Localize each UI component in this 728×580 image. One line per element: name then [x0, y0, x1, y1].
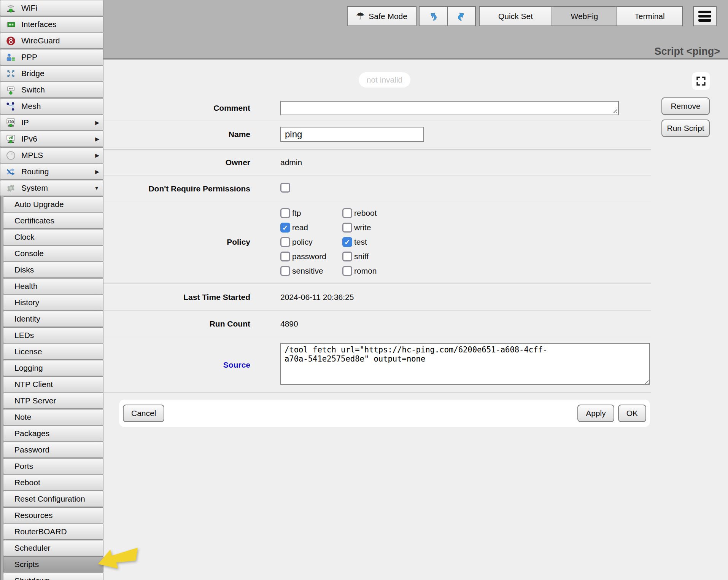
- sidebar-item-bridge[interactable]: Bridge: [0, 65, 103, 81]
- sidebar-item-scheduler[interactable]: Scheduler: [3, 540, 103, 556]
- sidebar-item-label: Identity: [14, 314, 40, 323]
- sidebar-item-reset-configuration[interactable]: Reset Configuration: [3, 491, 103, 507]
- sidebar-item-ntp-client[interactable]: NTP Client: [3, 376, 103, 392]
- run-script-button[interactable]: Run Script: [661, 120, 710, 137]
- policy-checkbox-test[interactable]: [342, 237, 352, 247]
- sidebar-item-label: Note: [14, 413, 31, 422]
- policy-checkbox-read[interactable]: [280, 223, 290, 233]
- dont-require-permissions-checkbox[interactable]: [280, 183, 290, 193]
- menu-button[interactable]: [693, 6, 717, 26]
- sidebar-item-interfaces[interactable]: Interfaces: [0, 16, 103, 32]
- sidebar-item-reboot[interactable]: Reboot: [3, 475, 103, 491]
- owner-label: Owner: [103, 158, 250, 167]
- dont-require-permissions-label: Don't Require Permissions: [103, 184, 250, 193]
- sidebar-item-mpls[interactable]: MPLS▶: [0, 147, 103, 163]
- policy-option-ftp: ftp: [280, 206, 342, 220]
- undo-icon: [428, 11, 439, 22]
- policy-checkbox-password[interactable]: [280, 252, 290, 261]
- ppp-icon: [5, 52, 16, 62]
- sidebar-item-health[interactable]: Health: [3, 278, 103, 294]
- name-input[interactable]: [280, 127, 424, 142]
- sidebar-item-routing[interactable]: Routing▶: [0, 164, 103, 180]
- policy-checkbox-policy[interactable]: [280, 237, 290, 247]
- webfig-label: WebFig: [571, 12, 598, 21]
- policy-checkbox-sensitive[interactable]: [280, 266, 290, 276]
- policy-row: Policy ftpreadpolicypasswordsensitive re…: [103, 202, 651, 282]
- sidebar-item-disks[interactable]: Disks: [3, 262, 103, 278]
- policy-checkbox-reboot[interactable]: [342, 208, 352, 218]
- sidebar-item-history[interactable]: History: [3, 295, 103, 311]
- sidebar-item-auto-upgrade[interactable]: Auto Upgrade: [3, 196, 103, 212]
- sidebar-item-label: Resources: [14, 511, 52, 520]
- source-label: Source: [103, 360, 250, 370]
- policy-checkbox-sniff[interactable]: [342, 252, 352, 261]
- policy-option-label: policy: [292, 237, 313, 247]
- page-title: Script <ping>: [654, 46, 720, 57]
- sidebar-item-ppp[interactable]: PPP: [0, 49, 103, 65]
- sidebar-item-password[interactable]: Password: [3, 442, 103, 458]
- redo-button[interactable]: [447, 6, 476, 26]
- sidebar-item-resources[interactable]: Resources: [3, 507, 103, 523]
- cancel-button[interactable]: Cancel: [123, 405, 164, 422]
- remove-button[interactable]: Remove: [661, 97, 710, 115]
- sidebar-item-routerboard[interactable]: RouterBOARD: [3, 524, 103, 540]
- policy-option-label: password: [292, 252, 326, 261]
- interfaces-icon: [5, 19, 16, 30]
- tab-quick-set[interactable]: Quick Set: [479, 6, 552, 26]
- sidebar-item-mesh[interactable]: Mesh: [0, 98, 103, 114]
- action-button-bar: Cancel Apply OK: [119, 400, 650, 427]
- tab-terminal[interactable]: Terminal: [617, 6, 683, 26]
- umbrella-icon: ☂: [356, 10, 365, 22]
- sidebar-item-system[interactable]: System▼: [0, 180, 103, 196]
- sidebar-item-switch[interactable]: Switch: [0, 82, 103, 98]
- fullscreen-button[interactable]: [692, 72, 710, 90]
- policy-checkbox-romon[interactable]: [342, 266, 352, 276]
- source-textarea[interactable]: /tool fetch url="https://hc-ping.com/620…: [280, 343, 650, 385]
- sidebar-item-label: Scheduler: [14, 543, 51, 553]
- policy-option-label: sniff: [354, 252, 369, 261]
- undo-button[interactable]: [419, 6, 448, 26]
- sidebar-item-ip[interactable]: 255IP▶: [0, 115, 103, 131]
- sidebar-item-wireguard[interactable]: WireGuard: [0, 33, 103, 49]
- sidebar-item-packages[interactable]: Packages: [3, 425, 103, 441]
- sidebar: WiFiInterfacesWireGuardPPPBridgeSwitchMe…: [0, 0, 103, 580]
- tab-webfig[interactable]: WebFig: [552, 6, 617, 26]
- fullscreen-icon: [695, 75, 707, 87]
- policy-checkbox-write[interactable]: [342, 223, 352, 233]
- sidebar-item-ports[interactable]: Ports: [3, 458, 103, 474]
- policy-option-sniff: sniff: [342, 249, 377, 264]
- sidebar-item-logging[interactable]: Logging: [3, 360, 103, 376]
- sidebar-item-label: Routing: [21, 167, 49, 176]
- apply-button[interactable]: Apply: [577, 405, 614, 422]
- sidebar-item-label: Bridge: [21, 69, 45, 78]
- sidebar-item-label: Ports: [14, 462, 33, 471]
- sidebar-item-clock[interactable]: Clock: [3, 229, 103, 245]
- policy-checkbox-ftp[interactable]: [280, 208, 290, 218]
- safe-mode-button[interactable]: ☂ Safe Mode: [347, 6, 416, 26]
- header-band: ☂ Safe Mode Quick Set WebFig Terminal Sc…: [103, 0, 728, 59]
- ip-icon: 255: [5, 117, 16, 128]
- sidebar-item-license[interactable]: License: [3, 344, 103, 360]
- sidebar-item-scripts[interactable]: Scripts: [3, 556, 103, 572]
- sidebar-item-console[interactable]: Console: [3, 245, 103, 261]
- sidebar-item-identity[interactable]: Identity: [3, 311, 103, 327]
- sidebar-item-label: IPv6: [21, 134, 37, 143]
- policy-column-1: ftpreadpolicypasswordsensitive: [280, 206, 342, 278]
- sidebar-item-shutdown[interactable]: Shutdown: [3, 573, 103, 580]
- sidebar-item-label: Password: [14, 445, 49, 454]
- sidebar-item-note[interactable]: Note: [3, 409, 103, 425]
- sidebar-item-label: History: [14, 298, 39, 307]
- comment-row: Comment: [103, 95, 651, 121]
- sidebar-item-ntp-server[interactable]: NTP Server: [3, 393, 103, 409]
- ok-button[interactable]: OK: [618, 405, 646, 422]
- name-row: Name: [103, 121, 651, 148]
- policy-option-romon: romon: [342, 264, 377, 278]
- mpls-icon: [5, 150, 16, 161]
- sidebar-item-ipv6[interactable]: v6IPv6▶: [0, 131, 103, 147]
- sidebar-item-certificates[interactable]: Certificates: [3, 213, 103, 229]
- sidebar-item-label: Switch: [21, 85, 45, 94]
- sidebar-item-leds[interactable]: LEDs: [3, 327, 103, 343]
- comment-input[interactable]: [280, 101, 619, 115]
- sidebar-main: WiFiInterfacesWireGuardPPPBridgeSwitchMe…: [0, 0, 103, 196]
- sidebar-item-wifi[interactable]: WiFi: [0, 0, 103, 16]
